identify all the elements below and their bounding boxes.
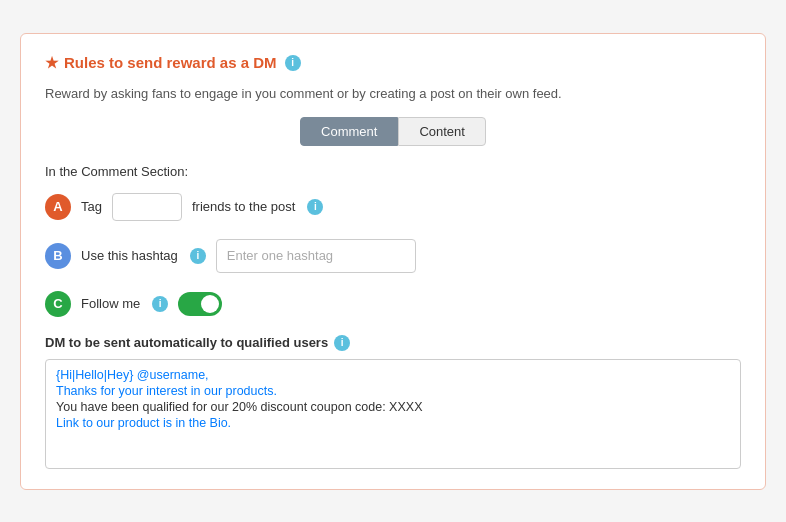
row-b-label: Use this hashtag (81, 248, 178, 263)
tab-comment[interactable]: Comment (300, 117, 398, 146)
rules-info-icon[interactable]: i (285, 55, 301, 71)
section-label: In the Comment Section: (45, 164, 741, 179)
circle-c: C (45, 291, 71, 317)
rules-title-text: Rules to send reward as a DM (64, 54, 277, 71)
row-a: A Tag friends to the post i (45, 193, 741, 221)
star-icon: ★ (45, 54, 58, 72)
row-a-suffix: friends to the post (192, 199, 295, 214)
dm-textarea[interactable]: {Hi|Hello|Hey} @username, Thanks for you… (45, 359, 741, 469)
hashtag-input[interactable] (216, 239, 416, 273)
dm-info-icon[interactable]: i (334, 335, 350, 351)
row-a-prefix: Tag (81, 199, 102, 214)
tab-group: Comment Content (45, 117, 741, 146)
row-c-label: Follow me (81, 296, 140, 311)
circle-b: B (45, 243, 71, 269)
dm-section: DM to be sent automatically to qualified… (45, 335, 741, 469)
hashtag-info-icon[interactable]: i (190, 248, 206, 264)
tag-count-input[interactable] (112, 193, 182, 221)
main-card: ★ Rules to send reward as a DM i Reward … (20, 33, 766, 490)
dm-line-4: Link to our product is in the Bio. (56, 416, 730, 430)
tab-content[interactable]: Content (398, 117, 486, 146)
follow-toggle[interactable] (178, 292, 222, 316)
follow-info-icon[interactable]: i (152, 296, 168, 312)
row-c: C Follow me i (45, 291, 741, 317)
toggle-slider (178, 292, 222, 316)
row-b: B Use this hashtag i (45, 239, 741, 273)
subtitle: Reward by asking fans to engage in you c… (45, 86, 741, 101)
dm-line-3: You have been qualified for our 20% disc… (56, 400, 730, 414)
dm-label-text: DM to be sent automatically to qualified… (45, 335, 328, 350)
circle-a: A (45, 194, 71, 220)
dm-line-1: {Hi|Hello|Hey} @username, (56, 368, 730, 382)
rules-title: ★ Rules to send reward as a DM i (45, 54, 741, 72)
dm-line-2: Thanks for your interest in our products… (56, 384, 730, 398)
dm-label: DM to be sent automatically to qualified… (45, 335, 741, 351)
tag-info-icon[interactable]: i (307, 199, 323, 215)
